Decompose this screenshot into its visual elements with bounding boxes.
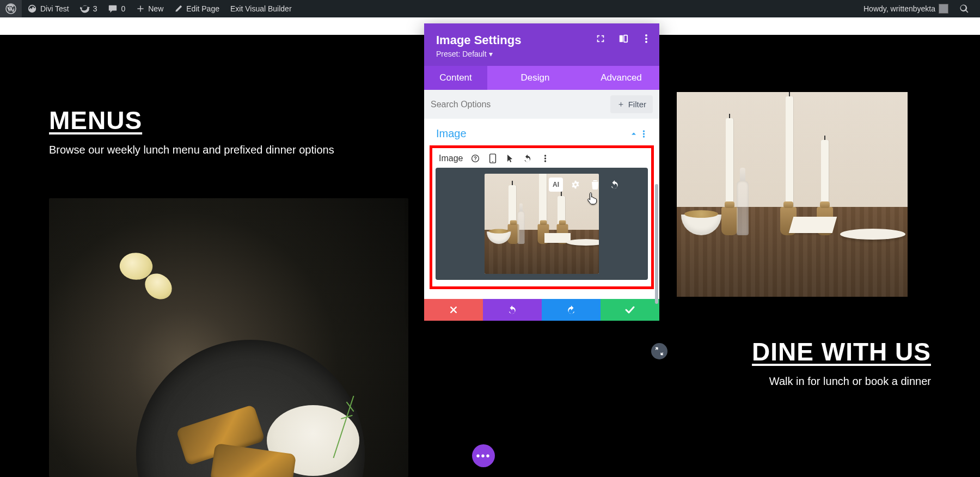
ai-button[interactable]: AI <box>549 178 563 192</box>
help-icon[interactable] <box>470 154 480 163</box>
redo-button[interactable] <box>542 299 601 321</box>
svg-point-14 <box>544 160 546 162</box>
search-icon <box>959 4 969 14</box>
tab-advanced[interactable]: Advanced <box>583 66 659 90</box>
updates[interactable]: 3 <box>75 0 103 17</box>
dine-scene <box>677 92 908 297</box>
svg-point-5 <box>645 41 647 43</box>
image-settings-modal: Image Settings Preset: Default ▾ Content… <box>424 23 659 321</box>
site-name[interactable]: Divi Test <box>22 0 75 17</box>
section-header[interactable]: Image <box>424 119 659 145</box>
menus-image[interactable] <box>49 198 408 477</box>
howdy-text: Howdy, writtenbyekta <box>863 4 935 13</box>
more-icon[interactable] <box>641 33 652 44</box>
wp-logo[interactable] <box>0 0 22 17</box>
menus-heading: MENUS <box>49 106 142 135</box>
dine-heading: DINE WITH US <box>752 337 931 366</box>
modal-preset-text: Preset: Default <box>436 50 487 58</box>
modal-resize-handle[interactable] <box>651 343 667 359</box>
exit-label: Exit Visual Builder <box>230 4 292 13</box>
chevron-down-icon: ▾ <box>489 50 493 58</box>
expand-icon[interactable] <box>595 33 606 44</box>
svg-point-8 <box>643 136 645 137</box>
fab-dots: ••• <box>476 450 491 462</box>
new-label: New <box>148 4 163 13</box>
dine-image[interactable] <box>677 92 908 297</box>
image-preview-toolbar: AI <box>549 178 622 192</box>
exit-visual-builder[interactable]: Exit Visual Builder <box>225 0 297 17</box>
search-row: ＋ Filter <box>424 90 659 119</box>
hover-cursor-icon[interactable] <box>505 154 515 163</box>
howdy-account[interactable]: Howdy, writtenbyekta <box>858 0 954 17</box>
gear-icon[interactable] <box>568 178 583 192</box>
tab-content[interactable]: Content <box>424 66 487 90</box>
svg-point-6 <box>643 130 645 132</box>
dine-subtitle: Walk in for lunch or book a dinner <box>769 375 931 388</box>
plus-icon: ＋ <box>617 99 625 109</box>
preview-undo-icon[interactable] <box>608 178 622 192</box>
svg-rect-2 <box>624 35 627 42</box>
image-preview[interactable]: AI <box>436 168 648 280</box>
svg-point-7 <box>643 133 645 134</box>
image-field-row: Image <box>436 151 648 168</box>
modal-scrollbar[interactable] <box>655 184 658 304</box>
tab-design[interactable]: Design <box>487 66 583 90</box>
modal-footer <box>424 299 659 321</box>
modal-tabs: Content Design Advanced <box>424 66 659 90</box>
chevron-up-icon[interactable] <box>627 130 640 138</box>
edit-page[interactable]: Edit Page <box>169 0 225 17</box>
new-content[interactable]: New <box>131 0 169 17</box>
svg-point-12 <box>544 155 546 156</box>
filter-label: Filter <box>628 100 646 109</box>
builder-fab[interactable]: ••• <box>472 444 495 467</box>
dashboard-icon <box>27 4 37 14</box>
cancel-button[interactable] <box>424 299 483 321</box>
image-field-highlight: Image <box>430 145 654 289</box>
undo-icon[interactable] <box>523 154 532 163</box>
two-column-icon[interactable] <box>618 33 629 44</box>
wordpress-icon <box>5 3 16 14</box>
plus-icon <box>136 4 145 13</box>
comments-count: 0 <box>121 4 125 13</box>
section-more-icon[interactable] <box>640 130 647 138</box>
svg-rect-1 <box>620 35 623 42</box>
svg-point-13 <box>544 157 546 159</box>
svg-point-11 <box>493 161 494 162</box>
updates-count: 3 <box>93 4 97 13</box>
menus-subtitle: Browse our weekly lunch menu and prefixe… <box>49 144 334 156</box>
edit-page-label: Edit Page <box>186 4 219 13</box>
svg-point-4 <box>645 38 647 40</box>
pencil-icon <box>174 4 183 13</box>
search-input[interactable] <box>431 100 605 109</box>
undo-button[interactable] <box>483 299 542 321</box>
comment-icon <box>108 4 118 14</box>
wp-admin-bar: Divi Test 3 0 New Edit Page <box>0 0 980 17</box>
adminbar-search[interactable] <box>954 0 975 17</box>
avatar <box>939 4 948 14</box>
modal-header[interactable]: Image Settings Preset: Default ▾ <box>424 23 659 66</box>
refresh-icon <box>80 4 90 14</box>
modal-preset[interactable]: Preset: Default ▾ <box>436 50 647 58</box>
trash-icon[interactable] <box>588 178 602 192</box>
device-icon[interactable] <box>488 154 498 163</box>
svg-point-3 <box>645 34 647 36</box>
field-more-icon[interactable] <box>540 154 550 163</box>
site-name-text: Divi Test <box>40 4 69 13</box>
image-field-label: Image <box>439 154 463 163</box>
comments[interactable]: 0 <box>102 0 131 17</box>
save-button[interactable] <box>601 299 659 321</box>
section-title: Image <box>436 127 467 140</box>
filter-button[interactable]: ＋ Filter <box>610 95 653 113</box>
